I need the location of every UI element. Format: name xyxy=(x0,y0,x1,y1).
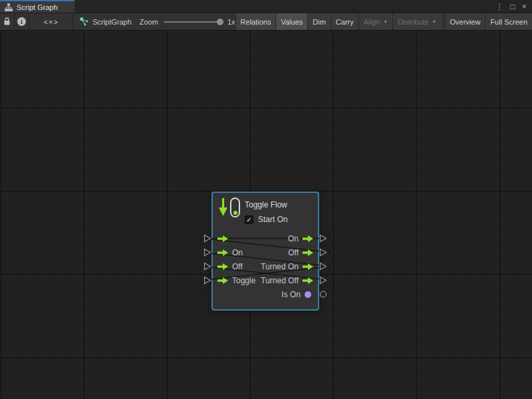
port-row-on-in: On xyxy=(217,245,255,259)
port-row-turned-on: Turned On xyxy=(261,259,313,273)
flow-port-icon[interactable] xyxy=(217,235,228,242)
input-ports: On Off Toggle xyxy=(217,231,255,287)
tab-script-graph[interactable]: Script Graph xyxy=(0,0,74,13)
output-ports: On Off Turned On xyxy=(261,231,313,301)
port-label: Off xyxy=(288,248,299,257)
flow-port-icon[interactable] xyxy=(217,277,228,284)
port-label: Off xyxy=(232,262,243,271)
flow-port-icon[interactable] xyxy=(217,263,228,270)
breadcrumb-label: ScriptGraph xyxy=(92,18,132,26)
script-graph-window: Script Graph ⋮ □ × i <×> xyxy=(0,0,532,399)
start-on-label: Start On xyxy=(258,215,288,224)
port-label: Toggle xyxy=(232,276,255,285)
port-label: Is On xyxy=(281,290,301,299)
maximize-icon[interactable]: □ xyxy=(510,3,515,11)
values-button[interactable]: Values xyxy=(275,13,307,30)
port-row-off-in: Off xyxy=(217,259,255,273)
lock-icon xyxy=(3,17,11,26)
start-on-checkbox[interactable]: ✓ xyxy=(245,215,253,224)
port-label: Turned On xyxy=(261,262,299,271)
relations-button[interactable]: Relations xyxy=(235,13,276,30)
title-bar: Script Graph ⋮ □ × xyxy=(0,0,532,13)
port-label: Turned Off xyxy=(261,276,299,285)
flow-port-icon[interactable] xyxy=(303,277,313,284)
inspect-button[interactable]: i xyxy=(15,13,30,30)
port-row-toggle-in: Toggle xyxy=(217,273,255,287)
external-connector-icon[interactable] xyxy=(203,276,211,285)
port-row-is-on: Is On xyxy=(261,287,313,301)
toolbar-buttons: Relations Values Dim Carry Align ▼ Distr… xyxy=(235,13,532,30)
flow-port-icon[interactable] xyxy=(303,263,313,270)
dropdown-caret-icon: ▼ xyxy=(383,19,388,24)
external-connector-icon[interactable] xyxy=(203,234,211,243)
node-title: Toggle Flow xyxy=(245,200,287,209)
graph-toolbar: i <×> ScriptGraph Zoom 1x Relations Valu… xyxy=(0,13,532,31)
edit-code-button[interactable]: <×> xyxy=(29,13,73,30)
node-header: Toggle Flow ✓ Start On xyxy=(217,197,315,227)
dropdown-caret-icon: ▼ xyxy=(432,19,437,24)
port-label: On xyxy=(232,248,243,257)
zoom-value: 1x xyxy=(227,18,235,26)
external-connector-icon[interactable] xyxy=(319,248,327,257)
fullscreen-button[interactable]: Full Screen xyxy=(485,13,532,30)
graph-canvas[interactable]: Toggle Flow ✓ Start On xyxy=(0,31,532,399)
port-label: On xyxy=(288,234,299,243)
zoom-slider-handle[interactable] xyxy=(217,19,223,25)
external-connector-icon[interactable] xyxy=(203,248,211,257)
port-row-off-out: Off xyxy=(261,245,313,259)
port-row-turned-off: Turned Off xyxy=(261,273,313,287)
info-icon: i xyxy=(17,17,26,26)
window-menu-icon[interactable]: ⋮ xyxy=(495,3,503,11)
breadcrumb[interactable]: ScriptGraph xyxy=(73,13,140,30)
port-row-enter xyxy=(217,231,255,245)
external-connector-icon[interactable] xyxy=(319,276,327,285)
dim-button[interactable]: Dim xyxy=(307,13,331,30)
external-connector-icon[interactable] xyxy=(319,234,327,243)
distribute-dropdown[interactable]: Distribute ▼ xyxy=(392,13,441,30)
zoom-label: Zoom xyxy=(140,18,158,26)
external-connector-icon[interactable] xyxy=(203,262,211,271)
external-connector-circle-icon[interactable] xyxy=(319,290,327,299)
external-connector-icon[interactable] xyxy=(319,262,327,271)
flow-down-arrow-icon xyxy=(218,198,228,217)
start-on-setting: ✓ Start On xyxy=(245,215,288,224)
toggle-flow-icon xyxy=(230,198,240,217)
overview-button[interactable]: Overview xyxy=(445,13,485,30)
tab-label: Script Graph xyxy=(17,3,58,11)
align-label: Align xyxy=(364,18,380,26)
code-icon: <×> xyxy=(44,18,59,26)
sitemap-icon xyxy=(5,3,13,11)
align-dropdown[interactable]: Align ▼ xyxy=(358,13,392,30)
flow-port-icon[interactable] xyxy=(217,249,228,256)
graph-icon xyxy=(80,17,88,26)
window-controls: ⋮ □ × xyxy=(495,0,532,13)
port-row-on-out: On xyxy=(261,231,313,245)
zoom-slider[interactable] xyxy=(164,21,222,23)
flow-port-icon[interactable] xyxy=(303,235,313,242)
toggle-flow-node[interactable]: Toggle Flow ✓ Start On xyxy=(211,192,319,311)
lock-button[interactable] xyxy=(0,13,15,30)
zoom-control: Zoom 1x xyxy=(140,13,235,30)
distribute-label: Distribute xyxy=(398,18,428,26)
flow-port-icon[interactable] xyxy=(303,249,313,256)
carry-button[interactable]: Carry xyxy=(331,13,358,30)
close-icon[interactable]: × xyxy=(521,2,527,11)
value-port-icon[interactable] xyxy=(305,291,311,298)
